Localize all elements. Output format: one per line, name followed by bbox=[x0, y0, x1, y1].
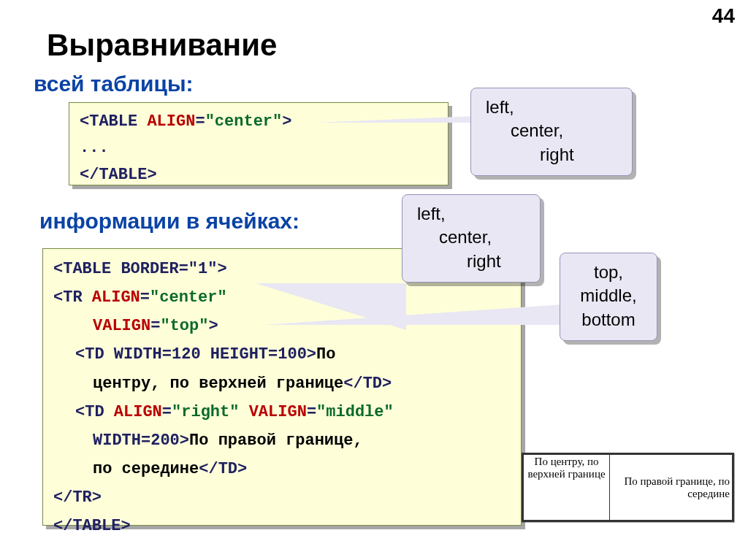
code-text: = bbox=[195, 112, 205, 131]
subtitle-cells: информации в ячейках: bbox=[39, 209, 299, 234]
code-text: <TR bbox=[53, 288, 92, 307]
callout-align-values-1: left, center, right bbox=[470, 88, 633, 176]
callout-line: top, bbox=[575, 261, 642, 284]
code-plain: центру, по верхней границе bbox=[93, 375, 343, 393]
callout-pointer bbox=[263, 304, 562, 325]
code-text: </TABLE> bbox=[53, 517, 131, 535]
code-text: = bbox=[162, 403, 172, 421]
code-text: </TD> bbox=[199, 460, 247, 478]
code-plain bbox=[239, 403, 248, 421]
code-text: <TD WIDTH=120 HEIGHT=100> bbox=[75, 345, 316, 364]
code-attr: ALIGN bbox=[92, 288, 140, 307]
code-value: "top" bbox=[160, 317, 208, 335]
code-text: = bbox=[150, 317, 160, 335]
callout-pointer bbox=[314, 116, 475, 123]
slide-root: 44 Выравнивание всей таблицы: <TABLE ALI… bbox=[0, 0, 748, 560]
code-plain: по середине bbox=[93, 460, 199, 478]
code-text: WIDTH=200> bbox=[93, 431, 189, 450]
code-attr: ALIGN bbox=[147, 112, 195, 131]
callout-line: right bbox=[486, 143, 617, 166]
callout-line: right bbox=[417, 250, 525, 273]
callout-line: center, bbox=[486, 119, 617, 142]
sample-cell-top-center: По центру, по верхней границе bbox=[524, 455, 610, 521]
callout-line: middle, bbox=[575, 284, 642, 307]
code-text: ... bbox=[80, 139, 109, 157]
code-text: = bbox=[140, 288, 150, 307]
code-value: "right" bbox=[172, 403, 239, 421]
page-number: 44 bbox=[712, 4, 735, 28]
code-text: </TD> bbox=[343, 375, 392, 393]
code-plain: По правой границе, bbox=[189, 431, 363, 450]
rendered-output-sample: По центру, по верхней границе По правой … bbox=[522, 453, 734, 522]
code-block-table-align: <TABLE ALIGN="center"> ... </TABLE> bbox=[69, 102, 449, 185]
slide-title: Выравнивание bbox=[47, 28, 277, 63]
callout-line: left, bbox=[417, 202, 525, 226]
code-text: </TR> bbox=[53, 488, 102, 507]
code-text: <TABLE BORDER="1"> bbox=[53, 260, 227, 278]
callout-line: bottom bbox=[575, 308, 642, 331]
code-text: </TABLE> bbox=[80, 166, 157, 184]
code-text: <TD bbox=[75, 403, 114, 421]
code-text: > bbox=[282, 112, 291, 131]
code-attr: ALIGN bbox=[114, 403, 162, 421]
sample-cell-right-middle: По правой границе, по середине bbox=[610, 455, 733, 521]
code-attr: VALIGN bbox=[93, 317, 150, 335]
code-text: <TABLE bbox=[80, 112, 147, 131]
code-value: "middle" bbox=[316, 403, 394, 421]
callout-line: left, bbox=[486, 96, 617, 119]
callout-align-values-2: left, center, right bbox=[402, 194, 541, 283]
code-plain: По bbox=[316, 345, 335, 364]
code-attr: VALIGN bbox=[249, 403, 307, 421]
code-text: > bbox=[208, 317, 218, 335]
table-row: По центру, по верхней границе По правой … bbox=[524, 455, 733, 521]
subtitle-whole-table: всей таблицы: bbox=[34, 72, 194, 96]
callout-line: center, bbox=[417, 226, 525, 249]
sample-table: По центру, по верхней границе По правой … bbox=[523, 454, 733, 521]
code-value: "center" bbox=[205, 112, 283, 131]
code-text: = bbox=[307, 403, 316, 421]
code-value: "center" bbox=[150, 288, 227, 307]
callout-valign-values: top, middle, bottom bbox=[560, 253, 657, 341]
